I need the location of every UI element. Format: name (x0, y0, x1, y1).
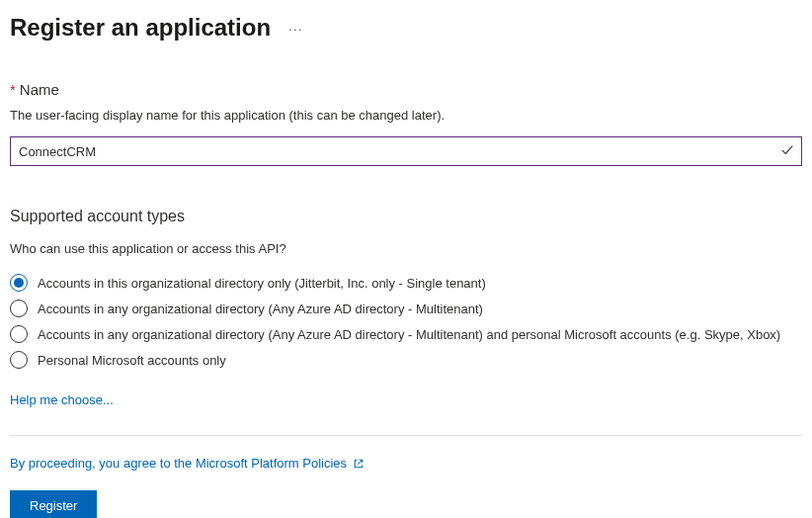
radio-icon (10, 351, 28, 369)
account-type-option-personal-only[interactable]: Personal Microsoft accounts only (10, 347, 802, 373)
radio-icon (10, 325, 28, 343)
more-icon[interactable]: ··· (288, 21, 303, 37)
radio-label: Accounts in any organizational directory… (38, 302, 483, 316)
name-label: *Name (10, 81, 802, 98)
radio-label: Accounts in any organizational directory… (38, 327, 780, 342)
account-type-option-multitenant[interactable]: Accounts in any organizational directory… (10, 296, 802, 321)
page-title: Register an application (10, 14, 271, 42)
radio-label: Accounts in this organizational director… (38, 276, 486, 291)
account-type-option-multitenant-personal[interactable]: Accounts in any organizational directory… (10, 321, 802, 347)
name-description: The user-facing display name for this ap… (10, 108, 802, 123)
account-types-description: Who can use this application or access t… (10, 241, 802, 256)
name-input[interactable] (10, 136, 802, 166)
help-me-choose-link[interactable]: Help me choose... (10, 392, 114, 407)
register-button[interactable]: Register (10, 490, 97, 518)
account-types-title: Supported account types (10, 208, 802, 225)
account-type-option-single-tenant[interactable]: Accounts in this organizational director… (10, 270, 802, 296)
radio-icon (10, 274, 28, 292)
external-link-icon (353, 458, 365, 470)
required-indicator: * (10, 81, 16, 98)
name-label-text: Name (20, 81, 59, 98)
account-types-radio-group: Accounts in this organizational director… (10, 270, 802, 373)
radio-label: Personal Microsoft accounts only (38, 353, 226, 368)
divider (10, 435, 802, 436)
platform-policies-link[interactable]: By proceeding, you agree to the Microsof… (10, 456, 347, 471)
radio-icon (10, 300, 28, 317)
